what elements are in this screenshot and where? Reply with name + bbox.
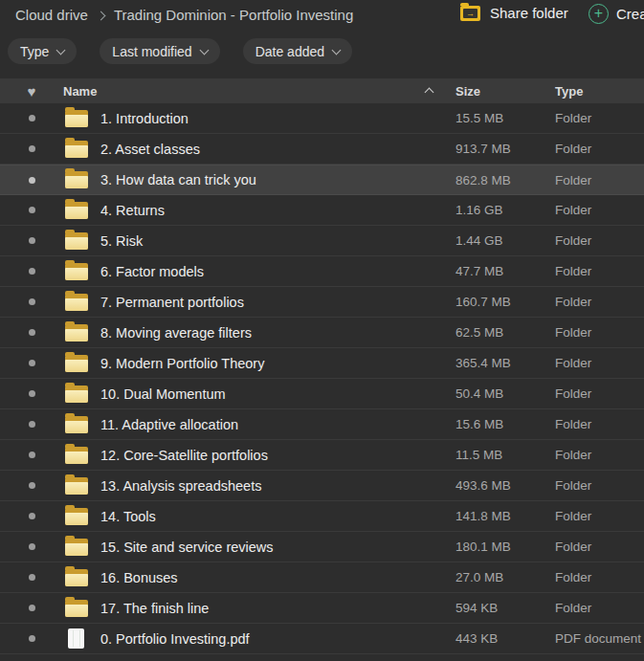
favorite-dot-icon[interactable] xyxy=(29,421,35,428)
breadcrumb: Cloud drive Trading Dominion - Portfolio… xyxy=(15,7,353,23)
column-header-type[interactable]: Type xyxy=(555,84,644,99)
table-row[interactable]: 5. Risk 1.44 GB Folder xyxy=(0,226,644,256)
favorite-dot-icon[interactable] xyxy=(29,268,35,275)
table-row[interactable]: 14. Tools 141.8 MB Folder xyxy=(0,501,644,532)
favorite-dot-icon[interactable] xyxy=(29,390,35,397)
file-size: 50.4 MB xyxy=(455,386,555,401)
table-row[interactable]: 12. Core-Satellite portfolios 11.5 MB Fo… xyxy=(0,440,644,471)
file-name: 12. Core-Satellite portfolios xyxy=(100,448,455,463)
filter-type-label: Type xyxy=(20,44,49,59)
file-type: Folder xyxy=(555,111,644,125)
plus-circle-icon: + xyxy=(588,4,609,24)
table-row[interactable]: 16. Bonuses 27.0 MB Folder xyxy=(0,562,644,593)
favorite-dot-icon[interactable] xyxy=(29,207,35,213)
share-folder-button[interactable]: → Share folder xyxy=(460,5,568,21)
chevron-down-icon xyxy=(332,46,342,55)
create-button[interactable]: + Crea xyxy=(588,4,644,24)
favorite-dot-icon[interactable] xyxy=(29,145,35,152)
table-row[interactable]: 8. Moving average filters 62.5 MB Folder xyxy=(0,318,644,348)
file-size: 15.6 MB xyxy=(455,417,555,431)
folder-icon xyxy=(65,386,88,403)
favorite-dot-icon[interactable] xyxy=(29,298,35,305)
file-type: Folder xyxy=(555,570,644,584)
file-type: Folder xyxy=(555,203,644,217)
share-folder-icon: → xyxy=(460,6,480,21)
file-size: 594 KB xyxy=(455,601,555,615)
folder-icon xyxy=(65,294,88,311)
breadcrumb-cloud-drive[interactable]: Cloud drive xyxy=(15,7,88,23)
file-size: 141.8 MB xyxy=(455,509,555,523)
file-type: Folder xyxy=(555,509,644,523)
file-name: 8. Moving average filters xyxy=(100,325,455,341)
file-name: 6. Factor models xyxy=(100,264,455,279)
table-row[interactable]: 6. Factor models 47.7 MB Folder xyxy=(0,256,644,287)
file-name: 13. Analysis spreadsheets xyxy=(100,478,455,494)
file-type: Folder xyxy=(555,295,644,309)
file-size: 1.16 GB xyxy=(455,203,555,217)
favorite-dot-icon[interactable] xyxy=(29,635,35,642)
file-size: 493.6 MB xyxy=(455,478,555,493)
table-row[interactable]: 11. Adaptive allocation 15.6 MB Folder xyxy=(0,409,644,440)
file-type: Folder xyxy=(555,173,644,187)
file-type: Folder xyxy=(555,325,644,340)
favorite-dot-icon[interactable] xyxy=(29,177,35,184)
table-row[interactable]: 7. Permanent portfolios 160.7 MB Folder xyxy=(0,287,644,318)
file-size: 365.4 MB xyxy=(455,356,555,370)
table-header: ♥ Name Size Type xyxy=(0,78,644,103)
filter-type-dropdown[interactable]: Type xyxy=(8,38,77,64)
table-row[interactable]: 4. Returns 1.16 GB Folder xyxy=(0,195,644,226)
column-header-size[interactable]: Size xyxy=(455,84,555,99)
folder-icon xyxy=(65,416,88,433)
file-name: 1. Introduction xyxy=(100,111,455,126)
file-size: 160.7 MB xyxy=(455,295,555,309)
favorite-dot-icon[interactable] xyxy=(29,513,35,519)
favorite-dot-icon[interactable] xyxy=(29,543,35,550)
file-size: 62.5 MB xyxy=(455,325,555,340)
favorite-dot-icon[interactable] xyxy=(29,360,35,366)
chevron-right-icon xyxy=(96,11,105,20)
filter-last-modified-dropdown[interactable]: Last modified xyxy=(100,38,219,64)
file-type: Folder xyxy=(555,478,644,493)
file-type: Folder xyxy=(555,264,644,278)
table-row[interactable]: 2. Asset classes 913.7 MB Folder xyxy=(0,134,644,165)
share-folder-label: Share folder xyxy=(490,5,568,21)
file-size: 1.44 GB xyxy=(455,233,555,248)
chevron-down-icon xyxy=(56,46,66,55)
table-row[interactable]: 10. Dual Momentum 50.4 MB Folder xyxy=(0,379,644,409)
table-row[interactable]: 1. Introduction 15.5 MB Folder xyxy=(0,103,644,134)
chevron-down-icon xyxy=(199,46,209,55)
favorite-dot-icon[interactable] xyxy=(29,237,35,244)
favorite-dot-icon[interactable] xyxy=(29,329,35,336)
favorite-dot-icon[interactable] xyxy=(29,482,35,489)
folder-icon xyxy=(65,324,88,342)
column-header-name[interactable]: Name xyxy=(63,84,421,99)
favorites-heart-icon[interactable]: ♥ xyxy=(28,84,36,99)
favorite-dot-icon[interactable] xyxy=(29,605,35,611)
table-row[interactable]: 13. Analysis spreadsheets 493.6 MB Folde… xyxy=(0,471,644,501)
file-name: 3. How data can trick you xyxy=(100,172,455,187)
folder-icon xyxy=(65,569,88,586)
favorite-dot-icon[interactable] xyxy=(29,452,35,458)
filter-date-added-dropdown[interactable]: Date added xyxy=(243,38,352,64)
table-row[interactable]: 17. The finish line 594 KB Folder xyxy=(0,593,644,624)
folder-icon xyxy=(65,171,88,188)
folder-icon xyxy=(65,508,88,525)
file-type: Folder xyxy=(555,233,644,248)
file-size: 180.1 MB xyxy=(455,540,555,554)
file-type: Folder xyxy=(555,540,644,554)
favorite-dot-icon[interactable] xyxy=(29,574,35,581)
file-type: Folder xyxy=(555,356,644,370)
favorite-dot-icon[interactable] xyxy=(29,115,35,121)
folder-icon xyxy=(65,141,88,158)
file-name: 0. Portfolio Investing.pdf xyxy=(100,631,455,647)
file-type: Folder xyxy=(555,448,644,462)
sort-ascending-icon[interactable] xyxy=(425,88,434,98)
table-row[interactable]: 15. Site and service reviews 180.1 MB Fo… xyxy=(0,532,644,562)
pdf-icon xyxy=(68,628,84,649)
table-row[interactable]: 9. Modern Portfolio Theory 365.4 MB Fold… xyxy=(0,348,644,379)
file-type: Folder xyxy=(555,142,644,156)
folder-icon xyxy=(65,539,88,556)
table-row[interactable]: 3. How data can trick you 862.8 MB Folde… xyxy=(0,165,644,195)
file-size: 27.0 MB xyxy=(455,570,555,584)
table-row[interactable]: 0. Portfolio Investing.pdf 443 KB PDF do… xyxy=(0,624,644,654)
